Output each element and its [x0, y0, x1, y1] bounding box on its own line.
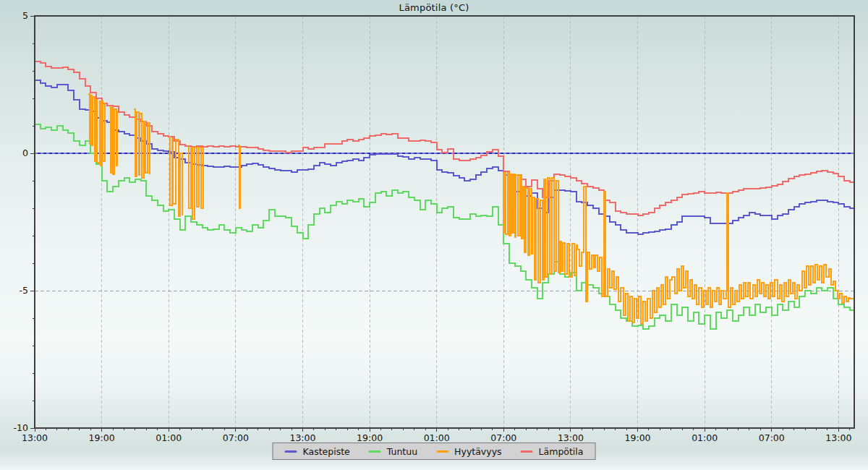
x-tick-label: 01:00 — [424, 432, 450, 443]
legend-item-tuntuu: Tuntuu — [369, 446, 417, 457]
plot-border — [35, 16, 854, 428]
legend-label: Hyytävyys — [454, 446, 501, 457]
series-line-kastepiste — [35, 80, 854, 234]
weather-temperature-chart: Lämpötila (°C) 13:0019:0001:0007:0013:00… — [0, 0, 868, 470]
x-tick-label: 19:00 — [625, 432, 651, 443]
x-tick-label: 07:00 — [223, 432, 249, 443]
legend-item-hyyt-vyys: Hyytävyys — [436, 446, 501, 457]
x-tick-label: 13:00 — [22, 432, 48, 443]
series-line-hyyt-vyys-segment — [134, 109, 150, 178]
x-tick-label: 19:00 — [89, 432, 115, 443]
series-line-hyyt-vyys-segment — [88, 94, 105, 166]
series-line-l-mp-tila — [35, 61, 854, 215]
chart-plot-area: 13:0019:0001:0007:0013:0019:0001:0007:00… — [0, 0, 868, 470]
legend-label: Kastepiste — [303, 446, 350, 457]
x-tick-label: 01:00 — [156, 432, 182, 443]
series-line-hyyt-vyys-segment — [503, 173, 854, 324]
x-tick-label: 13:00 — [558, 432, 584, 443]
legend-item-l-mp-tila: Lämpötila — [521, 446, 584, 457]
legend-swatch-icon — [436, 450, 448, 453]
series-line-hyyt-vyys-segment — [169, 137, 182, 216]
legend-item-kastepiste: Kastepiste — [285, 446, 350, 457]
y-tick-label: -10 — [14, 422, 28, 433]
legend-swatch-icon — [369, 450, 381, 453]
y-tick-label: 5 — [22, 10, 28, 21]
legend-label: Lämpötila — [539, 446, 584, 457]
legend-swatch-icon — [285, 450, 297, 453]
y-tick-label: -5 — [20, 285, 28, 296]
series-line-hyyt-vyys-segment — [188, 147, 204, 220]
chart-legend: KastepisteTuntuuHyytävyysLämpötila — [273, 443, 596, 460]
series-line-hyyt-vyys-segment — [238, 145, 240, 208]
x-tick-label: 07:00 — [490, 432, 516, 443]
x-tick-label: 01:00 — [692, 432, 718, 443]
series-line-tuntuu — [35, 124, 854, 329]
x-tick-label: 13:00 — [289, 432, 315, 443]
legend-swatch-icon — [521, 450, 533, 453]
series-line-hyyt-vyys-segment — [109, 106, 117, 174]
x-tick-label: 19:00 — [357, 432, 383, 443]
y-tick-label: 0 — [22, 148, 28, 158]
x-tick-label: 13:00 — [825, 432, 851, 443]
legend-label: Tuntuu — [387, 446, 417, 457]
x-tick-label: 07:00 — [759, 432, 785, 443]
